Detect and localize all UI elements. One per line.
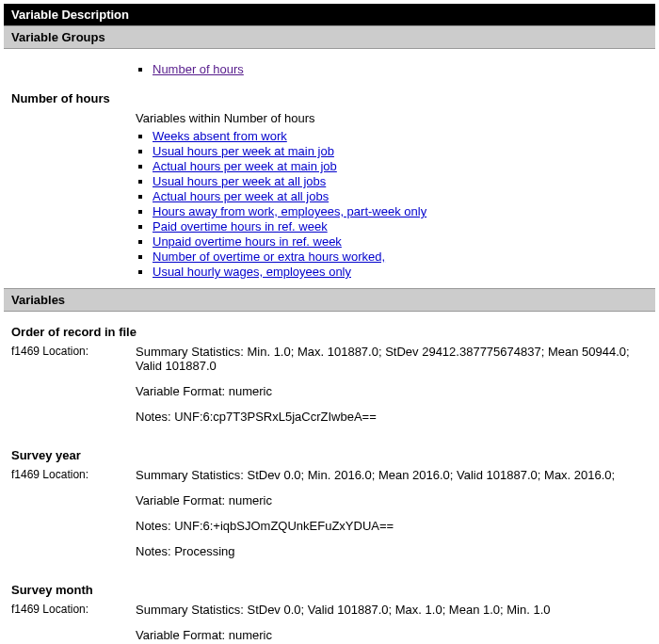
variable-location: f1469 Location: <box>11 468 136 481</box>
variable-detail-line: Variable Format: numeric <box>136 384 648 398</box>
variable-details: Summary Statistics: StDev 0.0; Min. 2016… <box>136 468 648 570</box>
variable-link[interactable]: Usual hours per week at main job <box>153 144 334 158</box>
variable-detail-line: Summary Statistics: StDev 0.0; Valid 101… <box>136 603 648 617</box>
variable-link[interactable]: Weeks absent from work <box>153 129 287 143</box>
list-item: Unpaid overtime hours in ref. week <box>153 234 655 249</box>
list-item: Number of hours <box>153 62 655 76</box>
variable-groups-header-label: Variable Groups <box>11 30 105 44</box>
variable-detail-line: Notes: Processing <box>136 544 648 558</box>
variable-detail-line: Variable Format: numeric <box>136 628 648 642</box>
variable-link[interactable]: Hours away from work, employees, part-we… <box>153 204 426 218</box>
variables-header: Variables <box>4 288 655 312</box>
list-item: Hours away from work, employees, part-we… <box>153 204 655 218</box>
list-item: Number of overtime or extra hours worked… <box>153 250 655 264</box>
variable-groups-header: Variable Groups <box>4 25 655 49</box>
group-section-title: Number of hours <box>11 91 655 105</box>
number-of-hours-link[interactable]: Number of hours <box>153 62 244 76</box>
list-item: Paid overtime hours in ref. week <box>153 219 655 233</box>
variable-location: f1469 Location: <box>11 603 136 616</box>
variable-detail-line: Summary Statistics: StDev 0.0; Min. 2016… <box>136 468 648 482</box>
variable-block: Order of record in filef1469 Location:Su… <box>11 325 648 435</box>
variable-row: f1469 Location:Summary Statistics: StDev… <box>11 603 648 644</box>
page-title-bar: Variable Description <box>4 4 655 25</box>
variable-details: Summary Statistics: StDev 0.0; Valid 101… <box>136 603 648 644</box>
group-variable-list: Variables within Number of hours Weeks a… <box>136 111 655 279</box>
top-group-links: Number of hours <box>136 62 655 76</box>
page-title: Variable Description <box>11 8 129 22</box>
variable-link[interactable]: Unpaid overtime hours in ref. week <box>153 234 342 249</box>
variable-name: Survey month <box>11 583 648 597</box>
variable-detail-line: Notes: UNF:6:+iqbSJOmZQUnkEFuZxYDUA== <box>136 519 648 533</box>
variable-name: Order of record in file <box>11 325 648 339</box>
variable-block: Survey yearf1469 Location:Summary Statis… <box>11 448 648 570</box>
variable-row: f1469 Location:Summary Statistics: Min. … <box>11 345 648 435</box>
variable-link[interactable]: Usual hours per week at all jobs <box>153 174 326 188</box>
list-item: Weeks absent from work <box>153 129 655 143</box>
variable-link[interactable]: Actual hours per week at all jobs <box>153 189 329 203</box>
list-item: Actual hours per week at main job <box>153 159 655 173</box>
group-list-caption: Variables within Number of hours <box>136 111 655 125</box>
variable-link[interactable]: Paid overtime hours in ref. week <box>153 219 328 233</box>
variable-name: Survey year <box>11 448 648 462</box>
variable-location: f1469 Location: <box>11 345 136 358</box>
list-item: Usual hours per week at all jobs <box>153 174 655 188</box>
variable-detail-line: Summary Statistics: Min. 1.0; Max. 10188… <box>136 345 648 373</box>
list-item: Actual hours per week at all jobs <box>153 189 655 203</box>
variable-details: Summary Statistics: Min. 1.0; Max. 10188… <box>136 345 648 435</box>
variable-link[interactable]: Actual hours per week at main job <box>153 159 337 173</box>
variables-header-label: Variables <box>11 293 65 307</box>
variable-link[interactable]: Usual hourly wages, employees only <box>153 265 351 279</box>
variable-link[interactable]: Number of overtime or extra hours worked… <box>153 250 385 264</box>
list-item: Usual hourly wages, employees only <box>153 265 655 279</box>
variable-detail-line: Variable Format: numeric <box>136 493 648 507</box>
variable-detail-line: Notes: UNF:6:cp7T3PSRxL5jaCcrZIwbeA== <box>136 410 648 424</box>
list-item: Usual hours per week at main job <box>153 144 655 158</box>
variable-block: Survey monthf1469 Location:Summary Stati… <box>11 583 648 644</box>
variable-row: f1469 Location:Summary Statistics: StDev… <box>11 468 648 570</box>
